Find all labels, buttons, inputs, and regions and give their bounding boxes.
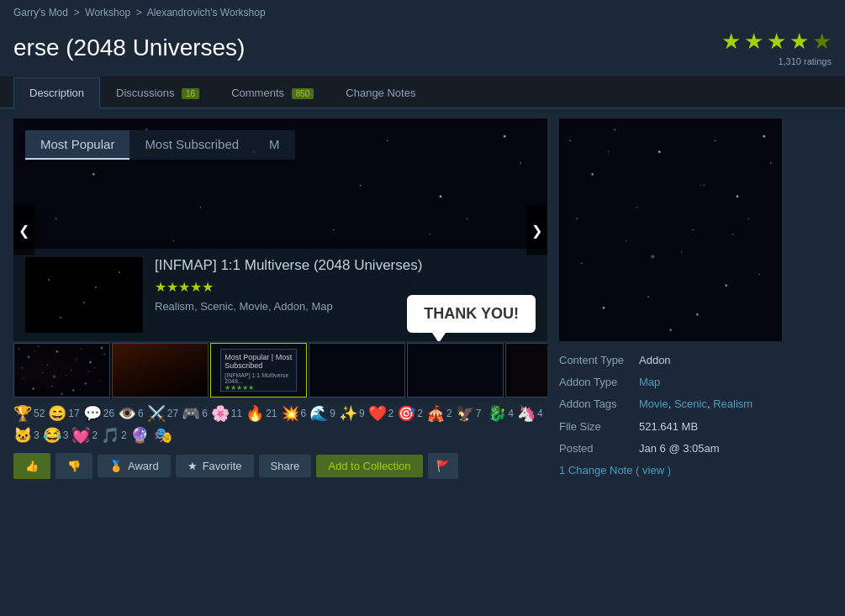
thank-you-bubble: THANK YOU! bbox=[407, 295, 536, 333]
tab-comments[interactable]: Comments 850 bbox=[215, 77, 330, 108]
reaction-19[interactable]: 💓 2 bbox=[71, 426, 98, 445]
addon-type-link[interactable]: Map bbox=[639, 376, 660, 388]
tag-movie[interactable]: Movie bbox=[639, 398, 668, 410]
reaction-3[interactable]: 👁️ 6 bbox=[118, 404, 144, 423]
add-to-collection-button[interactable]: Add to Collection bbox=[316, 455, 422, 477]
flag-button[interactable]: 🚩 bbox=[428, 453, 458, 479]
reaction-18[interactable]: 😂 3 bbox=[43, 426, 69, 445]
star-4: ★ bbox=[790, 29, 809, 55]
thumbs-down-button[interactable]: 👎 bbox=[55, 453, 92, 479]
breadcrumb: Garry's Mod > Workshop > Alexandrovich's… bbox=[0, 0, 845, 25]
thumbnail-5[interactable] bbox=[407, 343, 504, 398]
reaction-6[interactable]: 🌸 11 bbox=[211, 404, 242, 423]
breadcrumb-workshop[interactable]: Workshop bbox=[85, 7, 130, 18]
breadcrumb-alexandrovich[interactable]: Alexandrovich's Workshop bbox=[147, 7, 266, 18]
star-3: ★ bbox=[767, 29, 786, 55]
thumbnail-6[interactable] bbox=[505, 343, 547, 398]
meta-table: Content Type Addon Addon Type Map Addon … bbox=[559, 353, 786, 478]
content-type-label: Content Type bbox=[559, 353, 639, 368]
file-size-label: File Size bbox=[559, 419, 639, 434]
reaction-5[interactable]: 🎮 6 bbox=[182, 404, 208, 423]
reaction-12[interactable]: 🎯 2 bbox=[397, 404, 423, 423]
favorite-button[interactable]: ★ Favorite bbox=[176, 455, 254, 477]
reaction-22[interactable]: 🎭 bbox=[154, 426, 174, 445]
reaction-10[interactable]: ✨ 9 bbox=[339, 404, 365, 423]
reaction-13[interactable]: 🎪 2 bbox=[426, 404, 452, 423]
page-title: erse (2048 Universes) bbox=[13, 34, 245, 61]
thumbnail-2[interactable] bbox=[112, 343, 209, 398]
change-note-link[interactable]: 1 Change Note ( view ) bbox=[559, 463, 671, 478]
reaction-21[interactable]: 🔮 bbox=[130, 426, 151, 445]
reaction-16[interactable]: 🦄 4 bbox=[517, 404, 543, 423]
thumbs-up-button[interactable]: 👍 bbox=[13, 453, 50, 479]
reaction-2[interactable]: 💬 26 bbox=[83, 404, 114, 423]
thumbnail-1[interactable] bbox=[13, 343, 110, 398]
star-icon: ★ bbox=[187, 460, 198, 472]
left-container: Most Popular Most Subscribed M THANK YOU… bbox=[13, 118, 547, 485]
meta-file-size: File Size 521.641 MB bbox=[559, 419, 786, 434]
reaction-4[interactable]: ⚔️ 27 bbox=[147, 404, 178, 423]
preview-area: Most Popular Most Subscribed M THANK YOU… bbox=[13, 118, 547, 341]
preview-tab-most-subscribed[interactable]: Most Subscribed bbox=[129, 130, 254, 160]
workshop-image-starfield bbox=[559, 118, 782, 341]
map-card-stars: ★★★★★ bbox=[155, 279, 536, 295]
next-arrow[interactable]: ❯ bbox=[526, 205, 547, 255]
star-5: ★ bbox=[812, 29, 832, 55]
addon-tags-value: Movie, Scenic, Realism bbox=[639, 397, 753, 412]
reaction-17[interactable]: 🐱 3 bbox=[13, 426, 40, 445]
meta-content-type: Content Type Addon bbox=[559, 353, 786, 368]
breadcrumb-garrys-mod[interactable]: Garry's Mod bbox=[13, 7, 68, 18]
right-panel: Content Type Addon Addon Type Map Addon … bbox=[559, 118, 786, 485]
tab-discussions[interactable]: Discussions 16 bbox=[100, 77, 215, 108]
action-buttons: 👍 👎 🏅 Award ★ Favorite Share Add to Coll… bbox=[13, 448, 547, 484]
preview-tab-m[interactable]: M bbox=[254, 130, 295, 160]
star-1: ★ bbox=[721, 29, 741, 55]
map-card-image bbox=[25, 257, 143, 333]
addon-type-value: Map bbox=[639, 375, 660, 390]
thumbnail-strip: Most Popular | Most Subscribed [INFMAP] … bbox=[13, 343, 547, 398]
tab-change-notes[interactable]: Change Notes bbox=[330, 77, 431, 108]
tag-scenic[interactable]: Scenic bbox=[674, 398, 707, 410]
reaction-8[interactable]: 💥 6 bbox=[281, 404, 307, 423]
reaction-7[interactable]: 🔥 21 bbox=[246, 404, 277, 423]
speech-bubble: THANK YOU! bbox=[407, 295, 536, 333]
ratings-count: 1,310 ratings bbox=[778, 56, 832, 66]
reaction-1[interactable]: 😄 17 bbox=[48, 404, 79, 423]
award-icon: 🏅 bbox=[109, 460, 123, 472]
reaction-15[interactable]: 🐉 4 bbox=[488, 404, 514, 423]
tab-description[interactable]: Description bbox=[13, 77, 100, 108]
addon-type-label: Addon Type bbox=[559, 375, 639, 390]
award-button[interactable]: 🏅 Award bbox=[98, 455, 171, 477]
map-card-starfield bbox=[25, 257, 143, 333]
comments-badge: 850 bbox=[292, 88, 314, 99]
reaction-20[interactable]: 🎵 2 bbox=[101, 426, 127, 445]
addon-tags-label: Addon Tags bbox=[559, 397, 639, 412]
title-area: erse (2048 Universes) ★ ★ ★ ★ ★ 1,310 ra… bbox=[0, 25, 845, 76]
rating-area: ★ ★ ★ ★ ★ 1,310 ratings bbox=[721, 29, 832, 66]
reactions-row: 🏆 52 😄 17 💬 26 👁️ 6 ⚔️ 27 🎮 6 bbox=[13, 398, 547, 448]
map-card-title: [INFMAP] 1:1 Multiverse (2048 Universes) bbox=[155, 257, 536, 274]
posted-label: Posted bbox=[559, 441, 639, 456]
preview-tab-most-popular[interactable]: Most Popular bbox=[25, 130, 129, 160]
reaction-0[interactable]: 🏆 52 bbox=[13, 404, 45, 423]
tag-realism[interactable]: Realism bbox=[713, 398, 753, 410]
posted-value: Jan 6 @ 3:05am bbox=[639, 441, 720, 456]
meta-addon-type: Addon Type Map bbox=[559, 375, 786, 390]
share-button[interactable]: Share bbox=[259, 455, 312, 477]
meta-addon-tags: Addon Tags Movie, Scenic, Realism bbox=[559, 397, 786, 412]
meta-change-note: 1 Change Note ( view ) bbox=[559, 463, 786, 478]
discussions-badge: 16 bbox=[182, 88, 199, 99]
meta-posted: Posted Jan 6 @ 3:05am bbox=[559, 441, 786, 456]
star-rating: ★ ★ ★ ★ ★ bbox=[721, 29, 832, 55]
main-content: Most Popular Most Subscribed M THANK YOU… bbox=[0, 108, 845, 495]
preview-tab-bar: Most Popular Most Subscribed M bbox=[25, 130, 295, 160]
prev-arrow[interactable]: ❮ bbox=[13, 205, 34, 255]
reaction-11[interactable]: ❤️ 2 bbox=[368, 404, 394, 423]
reaction-14[interactable]: 🦅 7 bbox=[456, 404, 482, 423]
content-type-value: Addon bbox=[639, 353, 671, 368]
file-size-value: 521.641 MB bbox=[639, 419, 698, 434]
reaction-9[interactable]: 🌊 9 bbox=[309, 404, 335, 423]
thumbnail-3[interactable]: Most Popular | Most Subscribed [INFMAP] … bbox=[210, 343, 307, 398]
workshop-main-image bbox=[559, 118, 782, 341]
thumbnail-4[interactable] bbox=[309, 343, 405, 398]
